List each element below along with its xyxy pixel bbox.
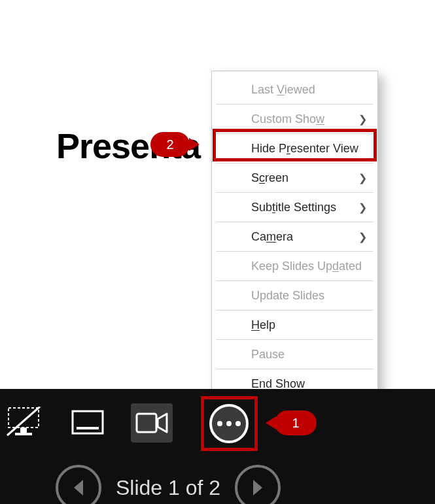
- svg-rect-1: [20, 428, 27, 433]
- svg-rect-5: [77, 427, 99, 429]
- chevron-right-icon: [251, 479, 265, 497]
- menu-item-label: Hide Presenter View: [251, 142, 358, 156]
- next-slide-button[interactable]: [235, 465, 281, 504]
- menu-item-help[interactable]: Help: [216, 311, 374, 340]
- menu-item-camera[interactable]: Camera ❯: [216, 222, 374, 252]
- svg-marker-7: [158, 414, 167, 432]
- presenter-toolbar: Slide 1 of 2: [0, 389, 435, 504]
- chevron-right-icon: ❯: [358, 172, 367, 184]
- menu-item-label: Help: [251, 318, 275, 332]
- slide-counter: Slide 1 of 2: [116, 476, 220, 500]
- context-menu[interactable]: Last Viewed Custom Show ❯ Hide Presenter…: [211, 71, 378, 403]
- menu-item-label: Screen: [251, 171, 288, 185]
- more-icon: [217, 421, 222, 426]
- callout-tail: [189, 138, 200, 151]
- menu-item-subtitle-settings[interactable]: Subtitle Settings ❯: [216, 193, 374, 222]
- menu-item-custom-show: Custom Show ❯: [216, 105, 374, 134]
- subtitles-button[interactable]: [67, 403, 109, 443]
- svg-rect-6: [137, 414, 156, 432]
- menu-item-pause: Pause: [216, 340, 374, 369]
- menu-item-hide-presenter-view[interactable]: Hide Presenter View: [216, 134, 374, 163]
- camera-button[interactable]: [131, 403, 173, 443]
- svg-marker-8: [74, 480, 83, 496]
- menu-item-label: Subtitle Settings: [251, 201, 336, 214]
- callout-tail: [266, 416, 276, 429]
- callout-label: 2: [166, 137, 173, 152]
- svg-rect-2: [15, 433, 32, 435]
- chevron-right-icon: ❯: [358, 113, 367, 126]
- display-swap-icon: [5, 407, 43, 439]
- annotation-callout-2: 2: [150, 132, 190, 157]
- menu-item-keep-slides-updated: Keep Slides Updated: [216, 252, 374, 281]
- callout-label: 1: [292, 416, 299, 431]
- menu-item-label: Keep Slides Updated: [251, 260, 362, 273]
- chevron-right-icon: ❯: [358, 201, 367, 214]
- previous-slide-button[interactable]: [56, 465, 101, 504]
- menu-item-label: Camera: [251, 230, 293, 244]
- chevron-left-icon: [71, 479, 86, 497]
- more-icon: [226, 421, 232, 426]
- menu-item-update-slides: Update Slides: [216, 281, 374, 311]
- chevron-right-icon: ❯: [358, 231, 367, 243]
- annotation-callout-1: 1: [275, 411, 317, 435]
- more-options-button[interactable]: [209, 404, 249, 443]
- svg-rect-4: [73, 411, 103, 433]
- subtitles-icon: [71, 410, 104, 436]
- more-icon: [235, 421, 241, 426]
- menu-item-screen[interactable]: Screen ❯: [216, 163, 374, 193]
- display-settings-button[interactable]: [3, 403, 44, 443]
- menu-item-label: Custom Show: [251, 112, 324, 126]
- menu-item-last-viewed: Last Viewed: [216, 75, 374, 105]
- slide-nav: Slide 1 of 2: [0, 458, 435, 504]
- camera-icon: [135, 411, 168, 435]
- menu-item-label: Pause: [251, 348, 285, 361]
- svg-marker-9: [253, 480, 262, 496]
- menu-item-label: Last Viewed: [251, 83, 315, 97]
- menu-item-label: Update Slides: [251, 289, 324, 303]
